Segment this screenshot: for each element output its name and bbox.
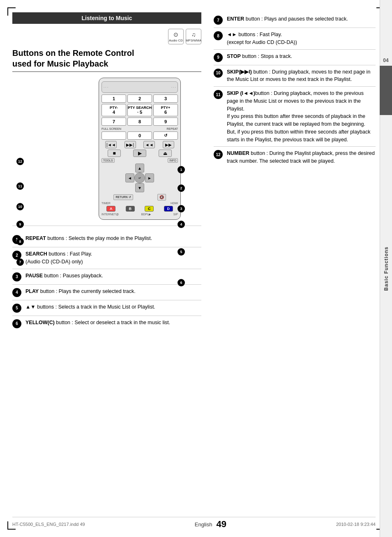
skip-buttons-row: |◄◄ ▶▶| ◄◄ ▶▶: [101, 141, 178, 148]
chapter-number: 04: [380, 58, 392, 63]
remote-body: · · · · · · 1 2 3 PTY-4 PTY SEARCH· 5 PT…: [99, 78, 181, 220]
left-button-list: 1 REPEAT buttons : Selects the play mode…: [12, 232, 201, 331]
heading-line1: Buttons on the Remote Control: [12, 48, 134, 58]
callout-9: 9: [16, 221, 24, 228]
return-row: RETURN ↺ 🔇: [101, 194, 178, 201]
nav-enter-btn: ↵: [134, 173, 145, 183]
btn-desc-11: SKIP (I◄◄)button : During playback, move…: [227, 90, 376, 143]
num-btn-7: 7: [101, 118, 126, 126]
num-btn-8: 8: [127, 118, 152, 126]
num-btn-3: 3: [153, 94, 178, 103]
audio-cd-label: Audio CD: [169, 39, 183, 42]
btn-row-12: 12 NUMBER button : During the Playlist p…: [214, 147, 376, 168]
btn-num-9: 9: [214, 53, 223, 62]
nav-up-btn: ▲: [135, 164, 144, 173]
footer-left-text: HT-C5500_ELS_ENG_0217.indd 49: [12, 522, 85, 527]
btn-num-7: 7: [214, 16, 223, 25]
num-btn-repeat: ↺: [153, 131, 178, 140]
mp3-wma-icon: ♫: [191, 31, 196, 38]
audio-cd-icon-badge: ⊙ Audio CD: [168, 29, 184, 44]
yellow-btn: C: [145, 206, 154, 212]
btn-desc-3: PAUSE button : Pauses playback.: [25, 272, 201, 280]
repeat-label: REPEAT: [167, 127, 178, 130]
section-title-box: Listening to Music: [12, 12, 201, 24]
red-btn: A: [106, 206, 115, 212]
num-btn-0: 0: [127, 131, 152, 140]
mp3-wma-label: MP3/WMA: [186, 39, 201, 42]
callout-12: 12: [16, 158, 24, 165]
right-sidebar: 04 Basic Functions: [380, 0, 392, 537]
pause-btn: ⏏: [159, 150, 172, 157]
remote-display-right: · · ·: [171, 85, 176, 89]
callout-5: 5: [178, 248, 185, 256]
sip-label: SIP: [173, 213, 178, 216]
nav-right-btn: ►: [145, 173, 154, 182]
callout-4: 4: [178, 221, 185, 228]
color-buttons: A B C D: [101, 206, 178, 212]
btn-row-2: 2 SEARCH buttons : Fast Play.(Audio CD (…: [12, 247, 201, 269]
remote-illustration-wrap: 12 11 10 9 8 7 1 2 3 4 5 6: [12, 78, 201, 220]
tools-btn: TOOLS: [101, 158, 115, 163]
remote-top-display: · · · · · ·: [101, 81, 178, 93]
callout-8: 8: [16, 238, 24, 245]
green-btn: B: [126, 206, 135, 212]
bdpl-label: BDPL▶: [141, 213, 151, 216]
btn-num-12: 12: [214, 150, 223, 159]
fast-fwd-btn: ▶▶: [163, 141, 174, 148]
remote-display-text: · · ·: [104, 85, 108, 89]
btn-desc-6: YELLOW(C) button : Select or deselect a …: [25, 319, 201, 327]
info-btn: INFO: [168, 158, 178, 163]
callout-11: 11: [16, 182, 24, 190]
blue-btn: D: [164, 206, 173, 212]
page-number: 49: [216, 519, 226, 530]
btn-desc-7: ENTER button : Plays and pauses the sele…: [227, 15, 376, 23]
mute-btn: 🔇: [157, 194, 166, 201]
btn-num-11: 11: [214, 90, 223, 99]
btn-row-7: 7 ENTER button : Plays and pauses the se…: [214, 12, 376, 28]
btn-desc-8: ◄► buttons : Fast Play.(except for Audio…: [227, 31, 376, 46]
btn-desc-5: ▲▼ buttons : Selects a track in the Musi…: [25, 303, 201, 311]
left-column: Listening to Music ⊙ Audio CD ♫ MP3/WMA …: [12, 12, 201, 516]
callout-7: 7: [16, 258, 24, 266]
btn-row-3: 3 PAUSE button : Pauses playback.: [12, 269, 201, 285]
skip-prev-prev-btn: |◄◄: [105, 141, 117, 148]
btn-desc-1: REPEAT buttons : Selects the play mode i…: [25, 235, 201, 242]
callout-6: 6: [178, 279, 185, 286]
return-btn: RETURN ↺: [113, 194, 133, 200]
btn-desc-4: PLAY button : Plays the currently select…: [25, 288, 201, 295]
fast-rev-btn: ◄◄: [143, 141, 155, 148]
nav-down-btn: ▼: [135, 183, 144, 192]
footer-right-text: 2010-02-18 9:23:44: [336, 522, 376, 527]
btn-row-8: 8 ◄► buttons : Fast Play.(except for Aud…: [214, 28, 376, 50]
mp3-wma-icon-badge: ♫ MP3/WMA: [186, 29, 201, 44]
btn-num-6: 6: [12, 319, 21, 328]
btn-row-1: 1 REPEAT buttons : Selects the play mode…: [12, 232, 201, 247]
btn-row-11: 11 SKIP (I◄◄)button : During playback, m…: [214, 87, 376, 147]
footer-bar: HT-C5500_ELS_ENG_0217.indd 49 English 49…: [12, 517, 376, 530]
timer-label: TIMER: [101, 202, 111, 205]
btn-desc-12: NUMBER button : During the Playlist play…: [227, 150, 376, 165]
num-btn-4: PTY-4: [101, 104, 126, 116]
btn-desc-2: SEARCH buttons : Fast Play.(Audio CD (CD…: [25, 250, 201, 266]
num-btn-9: 9: [153, 118, 178, 126]
num-btn-2: 2: [127, 94, 152, 103]
callout-2: 2: [178, 184, 185, 192]
callout-1: 1: [178, 166, 185, 173]
nav-left-btn: ◄: [125, 173, 134, 182]
btn-num-5: 5: [12, 304, 21, 313]
section-title: Listening to Music: [82, 15, 132, 21]
page-label: English: [195, 521, 212, 528]
nav-diamond: ▲ ▼ ◄ ► ↵: [125, 164, 154, 192]
number-grid: 1 2 3 PTY-4 PTY SEARCH· 5 PTY+6 7 8 9: [101, 94, 178, 126]
play-stop-row: ■ ▶ ⏏: [101, 150, 178, 157]
right-column: 7 ENTER button : Plays and pauses the se…: [210, 12, 376, 516]
chapter-label: Basic Functions: [383, 247, 389, 291]
media-icons-row: ⊙ Audio CD ♫ MP3/WMA: [12, 29, 201, 44]
two-column-layout: Listening to Music ⊙ Audio CD ♫ MP3/WMA …: [12, 12, 376, 516]
hdmi-label: HDMI: [171, 202, 178, 205]
btn-desc-10: SKIP(▶▶I) button : During playback, move…: [227, 68, 376, 84]
btn-row-5: 5 ▲▼ buttons : Selects a track in the Mu…: [12, 300, 201, 316]
btn-num-3: 3: [12, 272, 21, 281]
play-btn: ▶: [133, 150, 146, 157]
full-screen-label: FULL SCREEN: [101, 127, 121, 130]
